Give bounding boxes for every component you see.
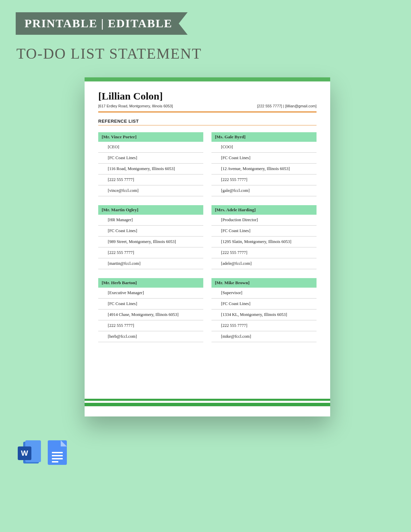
reference-field: [989 Street, Montgomery, Illinois 6053] <box>98 237 203 247</box>
reference-field: [222 555 7777] <box>211 247 317 258</box>
google-docs-icon <box>48 440 67 465</box>
contact-row: [617 Erdley Road, Montgomery, Illinois 6… <box>98 104 317 108</box>
reference-field: [Executive Manager] <box>98 288 203 299</box>
ribbon-badge: PRINTABLE | EDITABLE <box>16 12 188 35</box>
reference-card: [Mr. Mike Brown][Supervisor][FC Coast Li… <box>211 278 317 342</box>
format-icons: W <box>18 440 411 465</box>
reference-field: [222 555 7777] <box>98 174 203 185</box>
bottom-accent-bars <box>85 399 330 406</box>
reference-field: [222 555 7777] <box>211 320 317 331</box>
reference-field: [FC Coast Lines] <box>98 299 203 309</box>
reference-field: [herb@fccl.com] <box>98 331 203 342</box>
reference-name: [Mr. Mike Brown] <box>211 278 317 288</box>
top-accent-bar <box>85 77 330 81</box>
person-name: [Lillian Colon] <box>98 90 317 102</box>
reference-name: [Mr. Vince Porter] <box>98 132 203 142</box>
reference-field: [adele@fccl.com] <box>211 258 317 269</box>
divider-thick <box>98 111 317 112</box>
word-badge-letter: W <box>18 446 31 460</box>
reference-field: [gale@fccl.com] <box>211 185 317 196</box>
reference-field: [Supervisor] <box>211 288 317 299</box>
reference-field: [CEO] <box>98 142 203 153</box>
reference-card: [Mr. Herb Barton][Executive Manager][FC … <box>98 278 203 342</box>
reference-field: [martin@fccl.com] <box>98 258 203 269</box>
reference-name: [Mr. Herb Barton] <box>98 278 203 288</box>
section-title: REFERENCE LIST <box>98 119 317 124</box>
reference-field: [vince@fccl.com] <box>98 185 203 196</box>
reference-field: [FC Coast Lines] <box>98 153 203 164</box>
reference-name: [Ms. Gale Byrd] <box>211 132 317 142</box>
reference-field: [mike@fccl.com] <box>211 331 317 342</box>
divider-thin <box>98 125 317 125</box>
reference-field: [222 555 7777] <box>98 320 203 331</box>
contact-text: [222 555 7777] | [lillian@gmail.com] <box>257 104 317 108</box>
reference-card: [Mr. Vince Porter][CEO][FC Coast Lines][… <box>98 132 203 196</box>
reference-field: [1334 KL, Montgomery, Illinois 6053] <box>211 309 317 320</box>
reference-grid: [Mr. Vince Porter][CEO][FC Coast Lines][… <box>98 132 317 351</box>
reference-field: [FC Coast Lines] <box>211 153 317 164</box>
reference-field: [FC Coast Lines] <box>98 226 203 237</box>
reference-card: [Mrs. Adele Harding][Production Director… <box>211 205 317 269</box>
reference-name: [Mrs. Adele Harding] <box>211 205 317 215</box>
reference-field: [116 Road, Montgomery, Illinois 6053] <box>98 164 203 174</box>
reference-field: [222 555 7777] <box>211 174 317 185</box>
reference-field: [HR Manager] <box>98 215 203 226</box>
ms-word-icon: W <box>18 440 42 465</box>
reference-field: [FC Coast Lines] <box>211 226 317 237</box>
reference-field: [COO] <box>211 142 317 153</box>
reference-field: [1295 Slatin, Montgomery, Illinois 6053] <box>211 237 317 247</box>
address-text: [617 Erdley Road, Montgomery, Illinois 6… <box>98 104 173 108</box>
reference-field: [12 Avenue, Montgomery, Illinois 6053] <box>211 164 317 174</box>
page-title: TO-DO LIST STATEMENT <box>16 45 411 62</box>
reference-field: [4914 Chase, Montgomery, Illinois 6053] <box>98 309 203 320</box>
reference-field: [Production Director] <box>211 215 317 226</box>
reference-field: [222 555 7777] <box>98 247 203 258</box>
reference-field: [FC Coast Lines] <box>211 299 317 309</box>
reference-name: [Mr. Martin Ogley] <box>98 205 203 215</box>
document-sheet: [Lillian Colon] [617 Erdley Road, Montgo… <box>85 77 330 416</box>
reference-card: [Ms. Gale Byrd][COO][FC Coast Lines][12 … <box>211 132 317 196</box>
reference-card: [Mr. Martin Ogley][HR Manager][FC Coast … <box>98 205 203 269</box>
